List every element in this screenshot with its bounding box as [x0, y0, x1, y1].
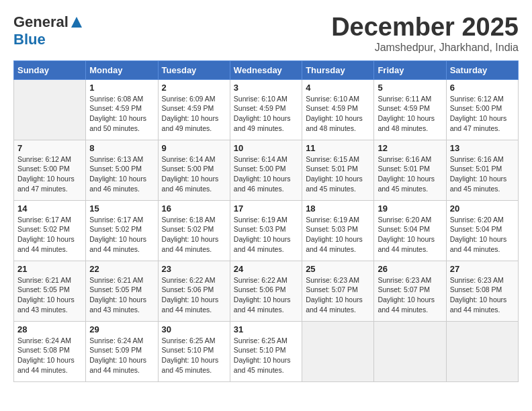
calendar-week-row: 14Sunrise: 6:17 AM Sunset: 5:02 PM Dayli… — [14, 200, 519, 261]
logo-icon — [70, 15, 83, 29]
day-info: Sunrise: 6:23 AM Sunset: 5:07 PM Dayligh… — [306, 275, 370, 315]
day-number: 29 — [89, 324, 154, 334]
day-info: Sunrise: 6:22 AM Sunset: 5:06 PM Dayligh… — [234, 275, 298, 315]
calendar-cell: 14Sunrise: 6:17 AM Sunset: 5:02 PM Dayli… — [14, 200, 86, 261]
day-number: 6 — [450, 83, 515, 93]
day-number: 2 — [162, 83, 226, 93]
calendar-week-row: 28Sunrise: 6:24 AM Sunset: 5:08 PM Dayli… — [14, 321, 519, 381]
day-info: Sunrise: 6:21 AM Sunset: 5:05 PM Dayligh… — [17, 275, 82, 315]
calendar-cell: 15Sunrise: 6:17 AM Sunset: 5:02 PM Dayli… — [86, 200, 158, 261]
day-number: 7 — [17, 143, 82, 153]
day-number: 31 — [234, 324, 298, 334]
calendar-cell: 27Sunrise: 6:23 AM Sunset: 5:08 PM Dayli… — [446, 261, 518, 321]
calendar-cell: 6Sunrise: 6:12 AM Sunset: 5:00 PM Daylig… — [446, 79, 518, 140]
day-info: Sunrise: 6:12 AM Sunset: 5:00 PM Dayligh… — [450, 94, 515, 134]
day-info: Sunrise: 6:21 AM Sunset: 5:05 PM Dayligh… — [89, 275, 154, 315]
calendar-cell: 30Sunrise: 6:25 AM Sunset: 5:10 PM Dayli… — [158, 321, 230, 381]
calendar-header-cell: Saturday — [446, 60, 518, 79]
calendar-cell: 8Sunrise: 6:13 AM Sunset: 5:00 PM Daylig… — [86, 140, 158, 200]
day-info: Sunrise: 6:11 AM Sunset: 4:59 PM Dayligh… — [378, 94, 442, 134]
calendar-cell: 3Sunrise: 6:10 AM Sunset: 4:59 PM Daylig… — [230, 79, 302, 140]
calendar-cell: 11Sunrise: 6:15 AM Sunset: 5:01 PM Dayli… — [302, 140, 374, 200]
calendar-table: SundayMondayTuesdayWednesdayThursdayFrid… — [13, 60, 519, 382]
calendar-cell: 25Sunrise: 6:23 AM Sunset: 5:07 PM Dayli… — [302, 261, 374, 321]
day-info: Sunrise: 6:23 AM Sunset: 5:08 PM Dayligh… — [450, 275, 515, 315]
day-number: 18 — [306, 203, 370, 214]
day-number: 4 — [306, 83, 370, 93]
day-number: 12 — [378, 143, 442, 153]
day-number: 27 — [450, 264, 515, 274]
day-info: Sunrise: 6:19 AM Sunset: 5:03 PM Dayligh… — [306, 215, 370, 255]
calendar-cell: 19Sunrise: 6:20 AM Sunset: 5:04 PM Dayli… — [374, 200, 446, 261]
calendar-header-cell: Wednesday — [230, 60, 302, 79]
calendar-cell: 24Sunrise: 6:22 AM Sunset: 5:06 PM Dayli… — [230, 261, 302, 321]
calendar-cell — [14, 79, 86, 140]
day-info: Sunrise: 6:17 AM Sunset: 5:02 PM Dayligh… — [89, 215, 154, 255]
calendar-week-row: 1Sunrise: 6:08 AM Sunset: 4:59 PM Daylig… — [14, 79, 519, 140]
calendar-week-row: 21Sunrise: 6:21 AM Sunset: 5:05 PM Dayli… — [14, 261, 519, 321]
day-info: Sunrise: 6:20 AM Sunset: 5:04 PM Dayligh… — [450, 215, 515, 255]
logo-general: General — [13, 13, 69, 31]
calendar-cell: 23Sunrise: 6:22 AM Sunset: 5:06 PM Dayli… — [158, 261, 230, 321]
month-title: December 2025 — [331, 13, 519, 42]
calendar-cell: 31Sunrise: 6:25 AM Sunset: 5:10 PM Dayli… — [230, 321, 302, 381]
calendar-cell: 1Sunrise: 6:08 AM Sunset: 4:59 PM Daylig… — [86, 79, 158, 140]
calendar-header-cell: Sunday — [14, 60, 86, 79]
calendar-cell: 18Sunrise: 6:19 AM Sunset: 5:03 PM Dayli… — [302, 200, 374, 261]
calendar-cell: 4Sunrise: 6:10 AM Sunset: 4:59 PM Daylig… — [302, 79, 374, 140]
day-info: Sunrise: 6:14 AM Sunset: 5:00 PM Dayligh… — [234, 154, 298, 194]
calendar-cell: 20Sunrise: 6:20 AM Sunset: 5:04 PM Dayli… — [446, 200, 518, 261]
calendar-cell: 26Sunrise: 6:23 AM Sunset: 5:07 PM Dayli… — [374, 261, 446, 321]
day-number: 23 — [162, 264, 226, 274]
day-info: Sunrise: 6:15 AM Sunset: 5:01 PM Dayligh… — [306, 154, 370, 194]
day-info: Sunrise: 6:24 AM Sunset: 5:08 PM Dayligh… — [17, 336, 82, 375]
day-number: 1 — [89, 83, 154, 93]
day-info: Sunrise: 6:16 AM Sunset: 5:01 PM Dayligh… — [378, 154, 442, 194]
calendar-cell: 17Sunrise: 6:19 AM Sunset: 5:03 PM Dayli… — [230, 200, 302, 261]
location: Jamshedpur, Jharkhand, India — [331, 42, 519, 54]
calendar-cell: 13Sunrise: 6:16 AM Sunset: 5:01 PM Dayli… — [446, 140, 518, 200]
day-info: Sunrise: 6:25 AM Sunset: 5:10 PM Dayligh… — [234, 336, 298, 375]
day-number: 25 — [306, 264, 370, 274]
day-info: Sunrise: 6:20 AM Sunset: 5:04 PM Dayligh… — [378, 215, 442, 255]
calendar-header-cell: Monday — [86, 60, 158, 79]
calendar-week-row: 7Sunrise: 6:12 AM Sunset: 5:00 PM Daylig… — [14, 140, 519, 200]
day-info: Sunrise: 6:12 AM Sunset: 5:00 PM Dayligh… — [17, 154, 82, 194]
calendar-cell: 7Sunrise: 6:12 AM Sunset: 5:00 PM Daylig… — [14, 140, 86, 200]
calendar-body: 1Sunrise: 6:08 AM Sunset: 4:59 PM Daylig… — [14, 79, 519, 381]
day-info: Sunrise: 6:14 AM Sunset: 5:00 PM Dayligh… — [162, 154, 226, 194]
day-number: 14 — [17, 203, 82, 214]
day-number: 21 — [17, 264, 82, 274]
day-info: Sunrise: 6:17 AM Sunset: 5:02 PM Dayligh… — [17, 215, 82, 255]
calendar-cell — [302, 321, 374, 381]
day-info: Sunrise: 6:19 AM Sunset: 5:03 PM Dayligh… — [234, 215, 298, 255]
calendar-header-cell: Friday — [374, 60, 446, 79]
day-info: Sunrise: 6:10 AM Sunset: 4:59 PM Dayligh… — [306, 94, 370, 134]
day-info: Sunrise: 6:22 AM Sunset: 5:06 PM Dayligh… — [162, 275, 226, 315]
day-number: 10 — [234, 143, 298, 153]
calendar-cell: 5Sunrise: 6:11 AM Sunset: 4:59 PM Daylig… — [374, 79, 446, 140]
day-number: 30 — [162, 324, 226, 334]
title-block: December 2025 Jamshedpur, Jharkhand, Ind… — [331, 13, 519, 54]
calendar-cell: 10Sunrise: 6:14 AM Sunset: 5:00 PM Dayli… — [230, 140, 302, 200]
calendar-cell — [446, 321, 518, 381]
calendar-header-cell: Thursday — [302, 60, 374, 79]
day-info: Sunrise: 6:18 AM Sunset: 5:02 PM Dayligh… — [162, 215, 226, 255]
calendar-cell: 29Sunrise: 6:24 AM Sunset: 5:09 PM Dayli… — [86, 321, 158, 381]
day-info: Sunrise: 6:24 AM Sunset: 5:09 PM Dayligh… — [89, 336, 154, 375]
day-number: 11 — [306, 143, 370, 153]
day-number: 19 — [378, 203, 442, 214]
day-number: 15 — [89, 203, 154, 214]
calendar-header-cell: Tuesday — [158, 60, 230, 79]
calendar-cell: 16Sunrise: 6:18 AM Sunset: 5:02 PM Dayli… — [158, 200, 230, 261]
calendar-cell: 28Sunrise: 6:24 AM Sunset: 5:08 PM Dayli… — [14, 321, 86, 381]
logo: General Blue — [13, 13, 83, 48]
day-number: 5 — [378, 83, 442, 93]
day-info: Sunrise: 6:13 AM Sunset: 5:00 PM Dayligh… — [89, 154, 154, 194]
day-info: Sunrise: 6:25 AM Sunset: 5:10 PM Dayligh… — [162, 336, 226, 375]
day-number: 24 — [234, 264, 298, 274]
day-info: Sunrise: 6:16 AM Sunset: 5:01 PM Dayligh… — [450, 154, 515, 194]
day-info: Sunrise: 6:09 AM Sunset: 4:59 PM Dayligh… — [162, 94, 226, 134]
page-header: General Blue December 2025 Jamshedpur, J… — [13, 13, 519, 54]
logo-blue: Blue — [13, 31, 46, 48]
